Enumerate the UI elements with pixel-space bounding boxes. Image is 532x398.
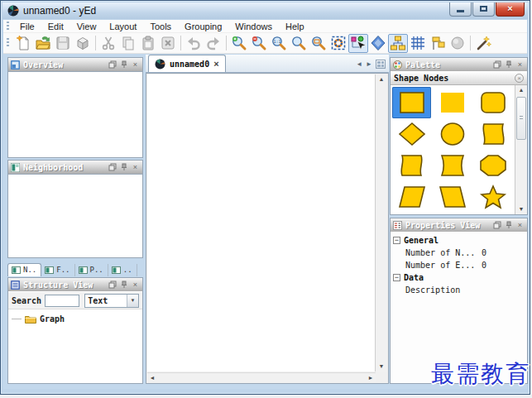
palette-scrollbar[interactable]: ▲ ▼ <box>515 85 527 214</box>
new-document-button[interactable] <box>13 34 33 53</box>
group-button[interactable] <box>448 34 467 53</box>
canvas-vertical-scrollbar[interactable]: ▲ ▼ <box>376 74 387 372</box>
collapse-icon[interactable]: − <box>393 237 400 244</box>
zoom-button[interactable] <box>289 34 309 53</box>
menu-layout[interactable]: Layout <box>103 21 143 32</box>
tab-next-icon[interactable]: ► <box>366 60 372 68</box>
dock-tab-predecessors[interactable]: P.. <box>75 264 108 276</box>
snap-grid-button[interactable] <box>408 34 428 53</box>
menu-grouping[interactable]: Grouping <box>178 21 228 32</box>
property-group-general[interactable]: − General <box>391 234 527 247</box>
tree-item-graph[interactable]: Graph <box>12 314 139 324</box>
overview-titlebar[interactable]: Overview × <box>8 58 142 71</box>
close-button[interactable]: × <box>496 2 525 17</box>
palette-shape-star-5[interactable] <box>474 181 513 213</box>
dock-tab-folder-contents[interactable]: F.. <box>41 264 74 276</box>
section-close-icon[interactable]: × <box>515 74 524 83</box>
palette-shape-wavy-rectangle-left[interactable] <box>392 150 431 181</box>
export-cube-button[interactable] <box>73 34 93 53</box>
zoom-out-button[interactable] <box>249 34 269 53</box>
properties-view-titlebar[interactable]: Properties View × <box>391 218 527 232</box>
palette-shape-wavy-rectangle-both[interactable] <box>433 150 472 181</box>
document-tab-close-icon[interactable]: × <box>213 60 218 69</box>
structure-view-pin-button[interactable] <box>119 281 128 290</box>
menubar-grip[interactable] <box>7 22 9 31</box>
palette-shape-round-rectangle[interactable] <box>474 87 513 118</box>
canvas-horizontal-scrollbar[interactable]: ◄ ► <box>147 372 376 382</box>
property-row-number-of-edges[interactable]: Number of E... 0 <box>391 259 527 271</box>
menu-windows[interactable]: Windows <box>228 21 279 32</box>
save-button[interactable] <box>53 34 73 53</box>
maximize-button[interactable] <box>472 2 495 17</box>
overview-pin-button[interactable] <box>119 60 128 70</box>
hierarchic-layout-button[interactable] <box>388 34 408 53</box>
palette-shape-trapezoid[interactable] <box>433 181 472 213</box>
wizard-button[interactable] <box>473 34 493 53</box>
paste-button[interactable] <box>138 34 158 53</box>
palette-titlebar[interactable]: Palette × <box>391 58 527 71</box>
properties-close-button[interactable]: × <box>515 221 525 230</box>
neighborhood-body[interactable] <box>8 174 142 257</box>
overview-body[interactable] <box>8 71 142 157</box>
menu-edit[interactable]: Edit <box>41 21 70 32</box>
palette-float-button[interactable] <box>492 60 501 70</box>
edge-label-button[interactable] <box>428 34 448 53</box>
palette-shape-diamond[interactable] <box>392 118 431 150</box>
scroll-right-icon[interactable]: ► <box>366 375 376 381</box>
zoom-actual-size-button[interactable]: 1:1 <box>269 34 289 53</box>
undo-button[interactable] <box>184 34 204 53</box>
scroll-down-icon[interactable]: ▼ <box>376 362 386 372</box>
scroll-left-icon[interactable]: ◄ <box>147 375 157 381</box>
search-filter-dropdown[interactable]: Text ▼ <box>84 294 139 308</box>
editor-canvas[interactable] <box>147 74 376 372</box>
property-row-number-of-nodes[interactable]: Number of N... 0 <box>391 247 527 259</box>
palette-shape-octagon[interactable] <box>474 150 513 181</box>
scroll-up-icon[interactable]: ▲ <box>515 85 527 95</box>
palette-shape-rectangle[interactable] <box>392 87 431 118</box>
neighborhood-float-button[interactable] <box>108 163 117 172</box>
menu-help[interactable]: Help <box>279 21 311 32</box>
palette-close-button[interactable]: × <box>515 60 525 70</box>
toolbar-grip[interactable] <box>7 38 9 48</box>
overview-close-button[interactable]: × <box>131 60 140 70</box>
palette-shape-plain-rectangle[interactable] <box>433 87 472 118</box>
scroll-up-icon[interactable]: ▲ <box>376 74 386 84</box>
structure-view-float-button[interactable] <box>108 281 117 290</box>
collapse-icon[interactable]: − <box>393 274 400 281</box>
structure-view-close-button[interactable]: × <box>131 281 140 290</box>
zoom-to-area-button[interactable] <box>309 34 328 53</box>
dock-tab-neighborhood[interactable]: N.. <box>7 263 41 276</box>
palette-shape-ellipse[interactable] <box>433 118 472 150</box>
copy-button[interactable] <box>118 34 138 53</box>
titlebar[interactable]: unnamed0 - yEd × <box>2 2 528 19</box>
edit-mode-button[interactable] <box>348 34 368 53</box>
zoom-in-button[interactable] <box>229 34 249 53</box>
redo-button[interactable] <box>204 34 223 53</box>
property-row-description[interactable]: Description <box>391 284 527 296</box>
open-button[interactable] <box>33 34 53 53</box>
palette-scrollbar-thumb[interactable] <box>516 97 526 140</box>
fit-content-button[interactable] <box>328 34 348 53</box>
structure-view-titlebar[interactable]: Structure View × <box>8 278 142 291</box>
neighborhood-pin-button[interactable] <box>119 163 128 172</box>
properties-pin-button[interactable] <box>504 221 513 230</box>
shape-nodes-section-header[interactable]: Shape Nodes × <box>391 72 527 85</box>
delete-button[interactable] <box>158 34 178 53</box>
menu-tools[interactable]: Tools <box>143 21 178 32</box>
neighborhood-titlebar[interactable]: Neighborhood × <box>8 161 142 174</box>
palette-shape-parallelogram[interactable] <box>392 181 431 213</box>
property-group-data[interactable]: − Data <box>391 271 527 284</box>
document-tab-unnamed0[interactable]: unnamed0 × <box>148 55 226 72</box>
menu-view[interactable]: View <box>70 21 103 32</box>
cut-button[interactable] <box>98 34 118 53</box>
tab-prev-icon[interactable]: ◄ <box>356 60 362 68</box>
overview-float-button[interactable] <box>108 60 117 70</box>
dock-tab-successors[interactable]: .. <box>108 264 137 276</box>
search-input[interactable] <box>45 295 79 307</box>
palette-pin-button[interactable] <box>504 60 513 70</box>
navigate-mode-button[interactable] <box>368 34 388 53</box>
minimize-button[interactable] <box>449 2 472 17</box>
properties-float-button[interactable] <box>492 221 501 230</box>
neighborhood-close-button[interactable]: × <box>131 163 140 172</box>
tab-list-icon[interactable] <box>376 60 386 69</box>
